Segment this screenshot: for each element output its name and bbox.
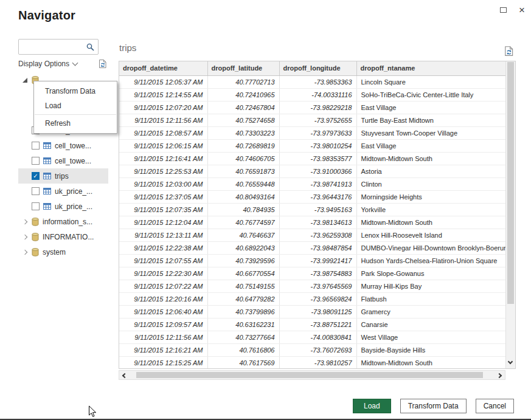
table-cell: 9/11/2015 12:22:38 AM [119, 241, 207, 254]
preview-table-wrap: dropoff_datetimedropoff_latitudedropoff_… [119, 61, 505, 368]
table-cell: Lincoln Square [356, 75, 505, 88]
table-cell: Yorkville [356, 203, 505, 216]
table-cell: -73.98353577 [279, 152, 356, 165]
scroll-right-icon[interactable] [497, 373, 502, 378]
table-cell: Midtown-Midtown South [356, 356, 505, 368]
table-row: 9/11/2015 12:22:30 AM40.66770554-73.9875… [119, 267, 505, 280]
table-cell: Gramercy [356, 305, 505, 318]
tree-item-uk-price[interactable]: uk_price_... [18, 199, 108, 214]
table-cell: 9/11/2015 12:03:00 AM [119, 177, 207, 190]
database-icon [32, 248, 39, 256]
refresh-preview-icon[interactable] [99, 59, 107, 69]
checkbox[interactable] [32, 187, 40, 195]
vertical-scrollbar[interactable] [505, 61, 515, 368]
table-cell: 9/11/2015 12:07:55 AM [119, 254, 207, 267]
cancel-button[interactable]: Cancel [476, 399, 514, 413]
checkbox[interactable] [32, 157, 40, 165]
expand-arrow-icon[interactable] [22, 249, 28, 255]
table-cell: 9/11/2015 12:07:20 AM [119, 101, 207, 114]
menu-item-load[interactable]: Load [34, 98, 117, 113]
refresh-data-icon[interactable] [504, 46, 514, 57]
table-cell: -73.9853363 [279, 75, 356, 88]
table-cell: 40.73799896 [207, 305, 279, 318]
header-row: dropoff_datetimedropoff_latitudedropoff_… [119, 61, 505, 75]
table-cell: -73.76072693 [279, 343, 356, 356]
vertical-scrollbar-thumb[interactable] [507, 62, 514, 304]
table-row: 9/11/2015 12:11:56 AM40.75274658-73.9752… [119, 114, 505, 126]
table-cell: Hudson Yards-Chelsea-Flatiron-Union Squa… [356, 254, 505, 267]
table-cell: 9/11/2015 12:22:30 AM [119, 267, 207, 280]
checkbox[interactable] [32, 202, 40, 210]
expand-arrow-icon[interactable] [22, 219, 28, 225]
tree-item-trips[interactable]: ✓trips [18, 168, 108, 184]
checkbox[interactable] [32, 142, 40, 150]
close-icon[interactable]: × [519, 5, 525, 15]
tree-item-uk-price[interactable]: uk_price_... [18, 184, 108, 199]
column-header-dropoff_longitude[interactable]: dropoff_longitude [279, 61, 356, 75]
table-cell: -74.00331116 [279, 88, 356, 101]
table-cell: 40.76559448 [207, 177, 279, 190]
table-cell: 40.7616806 [207, 343, 279, 356]
table-cell: -73.98741913 [279, 177, 356, 190]
table-cell: 40.74606705 [207, 152, 279, 165]
table-cell: 9/11/2015 12:20:16 AM [119, 292, 207, 305]
table-cell: Clinton [356, 177, 505, 190]
tree-item-cell-towe[interactable]: cell_towe... [18, 138, 108, 153]
table-cell: 9/11/2015 12:06:15 AM [119, 139, 207, 152]
tree-item-label: information_s... [43, 218, 92, 226]
database-icon [32, 233, 39, 241]
table-row: 9/11/2015 12:20:16 AM40.64779282-73.9656… [119, 292, 505, 305]
table-cell: Lenox Hill-Roosevelt Island [356, 229, 505, 241]
display-options-label[interactable]: Display Options [18, 60, 69, 68]
column-header-dropoff_ntaname[interactable]: dropoff_ntaname [356, 61, 505, 75]
data-preview-grid: dropoff_datetimedropoff_latitudedropoff_… [119, 61, 516, 369]
scroll-left-icon[interactable] [122, 373, 127, 378]
tree-item-information-s[interactable]: information_s... [18, 214, 108, 229]
load-button[interactable]: Load [353, 399, 391, 413]
table-icon [43, 157, 51, 164]
window-controls: × [500, 4, 525, 16]
column-header-dropoff_latitude[interactable]: dropoff_latitude [207, 61, 279, 75]
table-cell: -73.9810257 [279, 356, 356, 368]
table-cell: Astoria [356, 165, 505, 177]
horizontal-scrollbar[interactable] [119, 370, 505, 380]
table-cell: DUMBO-Vinegar Hill-Downtown Brooklyn-Boe… [356, 241, 505, 254]
menu-item-transform-data[interactable]: Transform Data [34, 84, 117, 98]
table-row: 9/11/2015 12:08:57 AM40.73303223-73.9797… [119, 126, 505, 139]
horizontal-scrollbar-thumb[interactable] [136, 372, 483, 378]
tree-item-cell-towe[interactable]: cell_towe... [18, 153, 108, 168]
table-cell: -73.9495163 [279, 203, 356, 216]
search-input[interactable] [19, 40, 86, 54]
preview-table: dropoff_datetimedropoff_latitudedropoff_… [119, 61, 505, 368]
tree-item-label: trips [55, 172, 69, 181]
scroll-down-icon[interactable] [508, 359, 513, 364]
table-cell: 9/11/2015 12:07:22 AM [119, 280, 207, 292]
table-cell: -73.9752655 [279, 114, 356, 126]
table-cell: 9/11/2015 12:08:57 AM [119, 126, 207, 139]
table-cell: -73.96259308 [279, 229, 356, 241]
tree-item-informatio[interactable]: INFORMATIO... [18, 229, 108, 244]
search-icon[interactable] [86, 43, 98, 51]
table-cell: 40.75149155 [207, 280, 279, 292]
tree-item-system[interactable]: system [18, 244, 108, 260]
tree-item-label: INFORMATIO... [43, 233, 94, 241]
table-cell: Midtown-Midtown South [356, 152, 505, 165]
table-row: 9/11/2015 12:22:38 AM40.68922043-73.9848… [119, 241, 505, 254]
menu-item-refresh[interactable]: Refresh [34, 116, 117, 131]
table-cell: Turtle Bay-East Midtown [356, 114, 505, 126]
checkbox[interactable]: ✓ [32, 172, 40, 180]
chevron-down-icon[interactable] [72, 60, 78, 66]
table-cell: 40.66770554 [207, 267, 279, 280]
column-header-dropoff_datetime[interactable]: dropoff_datetime [119, 61, 207, 75]
table-row: 9/11/2015 12:07:22 AM40.75149155-73.9764… [119, 280, 505, 292]
table-cell: -73.99921417 [279, 254, 356, 267]
collapse-arrow-icon[interactable] [22, 77, 28, 83]
tree-item-label: uk_price_... [55, 187, 92, 196]
table-cell: West Village [356, 331, 505, 343]
maximize-icon[interactable] [500, 7, 507, 13]
table-cell: 9/11/2015 12:14:55 AM [119, 88, 207, 101]
expand-arrow-icon[interactable] [22, 234, 28, 240]
table-row: 9/11/2015 12:16:21 AM40.7616806-73.76072… [119, 343, 505, 356]
table-cell: 9/11/2015 12:09:57 AM [119, 318, 207, 331]
transform-data-button[interactable]: Transform Data [400, 399, 467, 413]
